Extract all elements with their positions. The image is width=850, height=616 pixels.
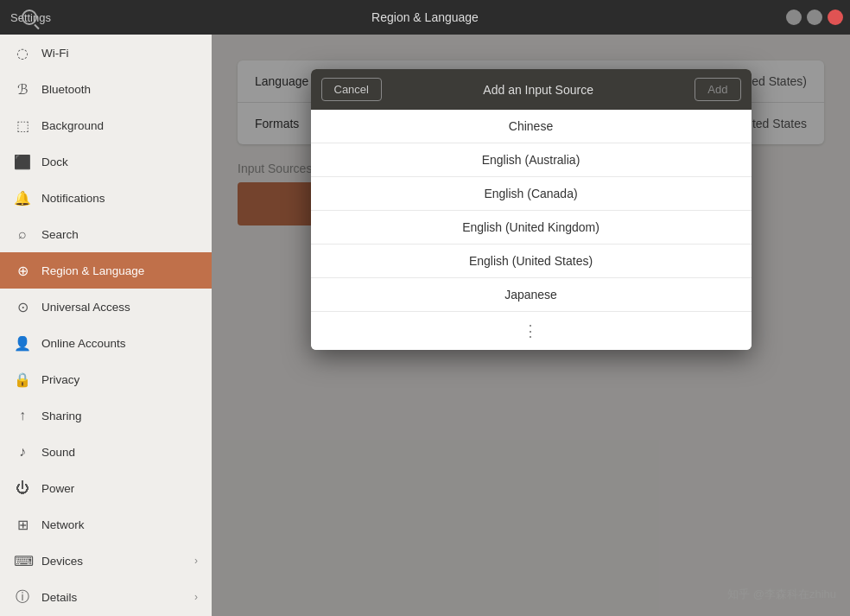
dialog-item-english-uk[interactable]: English (United Kingdom): [311, 211, 752, 244]
sidebar: ◌Wi-FiℬBluetooth⬚Background⬛Dock🔔Notific…: [0, 35, 212, 616]
sidebar-item-label-devices: Devices: [41, 555, 83, 568]
dialog-item-more[interactable]: ⋮: [311, 312, 752, 350]
chevron-right-icon: ›: [194, 591, 198, 603]
sidebar-item-notifications[interactable]: 🔔Notifications: [0, 180, 212, 216]
chevron-right-icon: ›: [194, 555, 198, 567]
notifications-icon: 🔔: [14, 190, 31, 206]
online-accounts-icon: 👤: [14, 335, 31, 352]
sidebar-item-label-online-accounts: Online Accounts: [41, 337, 126, 350]
sidebar-item-label-privacy: Privacy: [41, 373, 79, 386]
sidebar-item-background[interactable]: ⬚Background: [0, 107, 212, 143]
dialog-item-english-us[interactable]: English (United States): [311, 244, 752, 278]
sidebar-item-region[interactable]: ⊕Region & Language: [0, 252, 212, 289]
sound-icon: ♪: [14, 444, 31, 460]
network-icon: ⊞: [14, 517, 31, 533]
sidebar-item-label-wifi: Wi-Fi: [41, 47, 68, 60]
title-bar: Settings Region & Language: [0, 0, 850, 35]
dock-icon: ⬛: [14, 154, 31, 170]
sidebar-item-label-sharing: Sharing: [41, 410, 82, 422]
sidebar-item-online-accounts[interactable]: 👤Online Accounts: [0, 325, 212, 361]
modal-overlay[interactable]: Cancel Add an Input Source Add ChineseEn…: [212, 35, 850, 616]
sidebar-item-label-details: Details: [41, 591, 77, 604]
sidebar-item-universal-access[interactable]: ⊙Universal Access: [0, 289, 212, 325]
input-source-list: ChineseEnglish (Australia)English (Canad…: [311, 110, 752, 350]
content-area: Language English (United States) Formats…: [212, 35, 850, 616]
sidebar-item-sound[interactable]: ♪Sound: [0, 434, 212, 470]
sidebar-item-wifi[interactable]: ◌Wi-Fi: [0, 35, 212, 71]
dialog-item-english-ca[interactable]: English (Canada): [311, 177, 752, 211]
sidebar-item-label-universal-access: Universal Access: [41, 301, 130, 314]
sharing-icon: ↑: [14, 408, 31, 423]
sidebar-item-devices[interactable]: ⌨Devices›: [0, 543, 212, 579]
dialog-add-button[interactable]: Add: [695, 78, 740, 101]
universal-access-icon: ⊙: [14, 299, 31, 315]
main-layout: ◌Wi-FiℬBluetooth⬚Background⬛Dock🔔Notific…: [0, 35, 850, 616]
details-icon: ⓘ: [14, 588, 31, 606]
devices-icon: ⌨: [14, 553, 31, 569]
minimize-button[interactable]: [786, 10, 802, 25]
sidebar-item-label-network: Network: [41, 518, 85, 531]
sidebar-item-label-bluetooth: Bluetooth: [41, 83, 91, 96]
sidebar-item-bluetooth[interactable]: ℬBluetooth: [0, 71, 212, 107]
sidebar-item-dock[interactable]: ⬛Dock: [0, 143, 212, 180]
search-icon: [22, 10, 37, 25]
dialog-title: Add an Input Source: [382, 83, 695, 97]
add-input-source-dialog: Cancel Add an Input Source Add ChineseEn…: [311, 69, 752, 350]
sidebar-item-sharing[interactable]: ↑Sharing: [0, 397, 212, 434]
bluetooth-icon: ℬ: [14, 81, 31, 98]
sidebar-item-search[interactable]: ⌕Search: [0, 216, 212, 252]
sidebar-item-label-search: Search: [41, 228, 79, 241]
sidebar-item-label-background: Background: [41, 119, 104, 132]
sidebar-item-label-notifications: Notifications: [41, 192, 105, 205]
sidebar-item-details[interactable]: ⓘDetails›: [0, 579, 212, 615]
maximize-button[interactable]: [807, 10, 822, 25]
dialog-header: Cancel Add an Input Source Add: [311, 69, 752, 110]
sidebar-item-label-power: Power: [41, 482, 74, 495]
power-icon: ⏻: [14, 480, 31, 496]
dialog-item-english-au[interactable]: English (Australia): [311, 143, 752, 177]
region-icon: ⊕: [14, 263, 31, 279]
sidebar-item-privacy[interactable]: 🔒Privacy: [0, 361, 212, 397]
dialog-item-japanese[interactable]: Japanese: [311, 278, 752, 312]
window-controls: [786, 10, 843, 25]
sidebar-item-power[interactable]: ⏻Power: [0, 470, 212, 506]
close-button[interactable]: [828, 10, 843, 25]
titlebar-search-button[interactable]: [19, 7, 40, 28]
sidebar-item-label-sound: Sound: [41, 446, 75, 459]
privacy-icon: 🔒: [14, 372, 31, 388]
page-title: Region & Language: [371, 10, 479, 24]
background-icon: ⬚: [14, 117, 31, 134]
dialog-cancel-button[interactable]: Cancel: [321, 78, 382, 101]
sidebar-item-label-dock: Dock: [41, 156, 68, 168]
sidebar-item-label-region: Region & Language: [41, 264, 144, 277]
wifi-icon: ◌: [14, 45, 31, 61]
sidebar-item-network[interactable]: ⊞Network: [0, 506, 212, 543]
dialog-item-chinese[interactable]: Chinese: [311, 110, 752, 143]
search-icon: ⌕: [14, 226, 31, 242]
